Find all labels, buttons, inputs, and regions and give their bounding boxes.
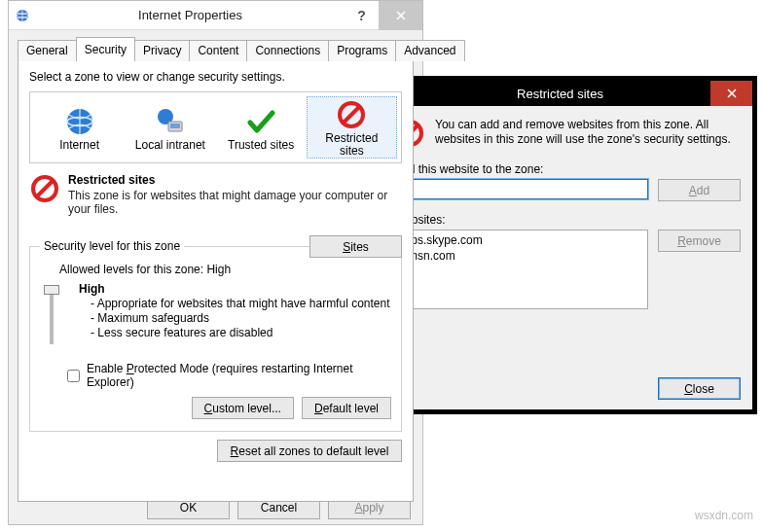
ip-body: General Security Privacy Content Connect…	[9, 30, 422, 511]
remove-button: Remove	[658, 230, 741, 252]
rs-intro: You can add and remove websites from thi…	[394, 118, 741, 149]
slider-thumb[interactable]	[44, 285, 59, 295]
slider-and-text: High - Appropriate for websites that mig…	[40, 282, 391, 352]
zone-internet[interactable]: Internet	[34, 96, 125, 159]
add-website-input[interactable]	[394, 179, 648, 199]
tab-content[interactable]: Content	[189, 40, 247, 61]
custom-level-button[interactable]: Custom level...	[192, 397, 294, 419]
websites-label: Websites:	[394, 213, 741, 227]
internet-options-icon	[15, 8, 30, 23]
list-item[interactable]: g.msn.com	[398, 248, 644, 264]
tab-privacy[interactable]: Privacy	[134, 40, 190, 61]
sites-button[interactable]: Sites	[309, 235, 402, 258]
internet-properties-window: Internet Properties ? General Security P…	[8, 0, 423, 525]
rs-title: Restricted sites	[410, 87, 710, 101]
zone-detail-text: Restricted sites This zone is for websit…	[68, 173, 402, 216]
ip-title: Internet Properties	[36, 8, 345, 22]
svg-rect-6	[170, 124, 180, 128]
tab-programs[interactable]: Programs	[328, 40, 396, 61]
add-label: Add this website to the zone:	[394, 162, 741, 176]
restricted-icon	[336, 99, 367, 130]
svg-line-8	[344, 107, 359, 123]
security-description: High - Appropriate for websites that mig…	[71, 282, 390, 352]
level-line: - Maximum safeguards	[91, 311, 390, 326]
tab-general[interactable]: General	[18, 40, 77, 61]
restricted-icon	[29, 173, 60, 204]
protected-mode-checkbox[interactable]	[67, 370, 80, 382]
reset-all-button[interactable]: Reset all zones to default level	[217, 440, 402, 462]
level-line: - Less secure features are disabled	[91, 326, 390, 340]
zone-label: Local intranet	[135, 139, 205, 152]
rs-intro-text: You can add and remove websites from thi…	[435, 118, 741, 147]
tab-security[interactable]: Security	[76, 37, 135, 60]
tab-panel-security: Select a zone to view or change security…	[18, 59, 414, 502]
level-line: - Appropriate for websites that might ha…	[91, 297, 390, 311]
help-button[interactable]: ?	[345, 1, 379, 30]
restricted-sites-window: Restricted sites You can add and remove …	[378, 76, 757, 414]
list-item[interactable]: apps.skype.com	[398, 232, 644, 248]
default-level-button[interactable]: Default level	[302, 397, 391, 419]
zone-label: Restricted sites	[325, 132, 378, 158]
protected-mode-label: Enable Protected Mode (requires restarti…	[87, 362, 391, 389]
check-icon	[245, 106, 276, 137]
security-level-legend: Security level for this zone	[40, 239, 184, 253]
allowed-levels: Allowed levels for this zone: High	[59, 263, 391, 276]
zone-local-intranet[interactable]: Local intranet	[125, 96, 215, 159]
watermark: wsxdn.com	[695, 509, 753, 522]
tab-strip: General Security Privacy Content Connect…	[18, 37, 414, 60]
ip-titlebar: Internet Properties ?	[9, 1, 422, 30]
zone-label: Trusted sites	[228, 139, 294, 152]
websites-list[interactable]: apps.skype.com g.msn.com	[394, 230, 648, 309]
zone-detail-desc: This zone is for websites that might dam…	[68, 189, 402, 216]
tab-connections[interactable]: Connections	[246, 40, 329, 61]
zone-label: Internet	[59, 139, 99, 152]
zone-restricted-sites[interactable]: Restricted sites	[307, 96, 397, 159]
tab-advanced[interactable]: Advanced	[395, 40, 464, 61]
zone-detail: Restricted sites This zone is for websit…	[29, 173, 402, 216]
zone-detail-title: Restricted sites	[68, 173, 402, 187]
level-name: High	[79, 282, 390, 297]
intranet-icon	[155, 106, 186, 137]
svg-line-10	[37, 181, 53, 196]
zone-trusted-sites[interactable]: Trusted sites	[216, 96, 307, 159]
zone-list: Internet Local intranet Trusted sites	[29, 91, 402, 163]
rs-body: You can add and remove websites from thi…	[382, 106, 752, 409]
sites-button-label: Sites	[343, 240, 369, 254]
protected-mode-row[interactable]: Enable Protected Mode (requires restarti…	[63, 362, 391, 389]
security-level-group: Security level for this zone Allowed lev…	[29, 239, 402, 432]
security-slider[interactable]	[40, 282, 63, 352]
add-button: Add	[658, 179, 741, 201]
rs-titlebar: Restricted sites	[382, 81, 752, 106]
add-row: Add	[394, 179, 741, 201]
close-dialog-button[interactable]: Close	[658, 377, 741, 400]
globe-icon	[64, 106, 95, 137]
rs-close-button[interactable]	[710, 81, 752, 106]
close-button[interactable]	[379, 1, 422, 30]
zone-prompt: Select a zone to view or change security…	[29, 70, 402, 84]
